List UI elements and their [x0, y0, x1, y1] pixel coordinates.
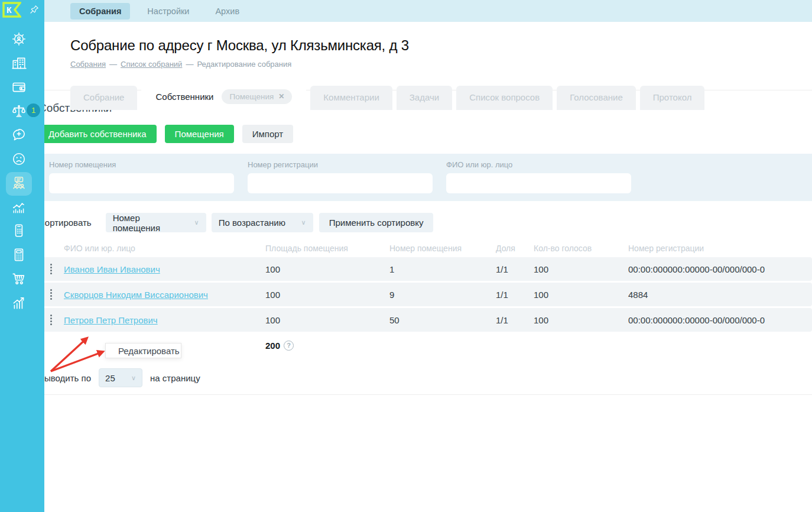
- sort-row: Сортировать Номер помещения ∨ По возраст…: [38, 213, 812, 232]
- sidebar: К: [0, 0, 44, 512]
- logo-letter: К: [7, 5, 12, 15]
- reg-number-input[interactable]: [248, 173, 433, 193]
- sidebar-item-analytics[interactable]: [6, 196, 32, 220]
- col-area: Площадь помещения: [265, 244, 389, 253]
- chevron-down-icon: ∨: [131, 374, 136, 382]
- calculator-icon: [11, 247, 27, 265]
- cell-area: 100: [265, 315, 389, 325]
- owner-name-input[interactable]: [446, 173, 631, 193]
- mobile-phone-icon: [11, 223, 27, 241]
- sidebar-item-requests[interactable]: [6, 124, 32, 148]
- sidebar-item-purchases[interactable]: [6, 268, 32, 291]
- total-area: 200: [265, 341, 280, 351]
- sidebar-item-accounting[interactable]: [6, 244, 32, 268]
- cell-votes: 100: [534, 290, 628, 300]
- wallet-icon: [11, 79, 27, 97]
- gear-user-icon: [11, 31, 27, 49]
- cell-area: 100: [265, 264, 389, 274]
- filter-panel: Номер помещения Номер регистрации ФИО ил…: [38, 154, 812, 201]
- room-number-input[interactable]: [49, 173, 234, 193]
- rooms-button[interactable]: Помещения: [165, 125, 234, 143]
- col-room: Номер помещения: [389, 244, 496, 253]
- table-header: ФИО или юр. лицо Площадь помещения Номер…: [38, 243, 812, 254]
- per-page-prefix: Выводить по: [38, 373, 91, 383]
- tab-voting[interactable]: Голосование: [557, 86, 636, 110]
- sidebar-nav: 1: [0, 28, 44, 316]
- pin-icon[interactable]: [30, 5, 39, 14]
- sort-field-select[interactable]: Номер помещения ∨: [106, 213, 206, 232]
- sidebar-item-buildings[interactable]: [6, 53, 32, 76]
- owner-link[interactable]: Скворцов Никодим Виссарионович: [64, 290, 208, 300]
- page-title: Собрание по адресу г Москва, ул Клязьмин…: [70, 37, 812, 54]
- topnav-archive[interactable]: Архив: [206, 3, 248, 20]
- per-page-select[interactable]: 25 ∨: [99, 368, 142, 387]
- tab-questions[interactable]: Список вопросов: [456, 86, 553, 110]
- cell-reg: 00:00:000000:00000-00/000/000-0: [628, 315, 812, 325]
- sidebar-item-mobile[interactable]: [6, 220, 32, 244]
- breadcrumb-current: Редактирование собрания: [197, 60, 291, 69]
- sidebar-item-complaints[interactable]: [6, 148, 32, 172]
- sidebar-item-statistics[interactable]: [6, 292, 32, 316]
- filter-name: ФИО или юр. лицо: [446, 160, 631, 193]
- chart-dots-icon: [11, 199, 27, 217]
- sad-face-icon: [11, 151, 27, 169]
- breadcrumb-meetings-list[interactable]: Список собраний: [121, 60, 182, 69]
- meeting-people-icon: [11, 175, 27, 193]
- col-share: Доля: [496, 244, 534, 253]
- breadcrumb-meetings[interactable]: Собрания: [70, 60, 106, 69]
- tab-tasks[interactable]: Задачи: [397, 86, 452, 110]
- help-icon[interactable]: ?: [284, 341, 294, 351]
- chevron-down-icon: ∨: [194, 219, 199, 226]
- filter-room-number-label: Номер помещения: [49, 160, 234, 169]
- court-badge: 1: [27, 103, 40, 117]
- breadcrumb: Собрания—Список собраний—Редактирование …: [70, 60, 812, 69]
- apply-sort-button[interactable]: Применить сортировку: [319, 213, 434, 232]
- cell-room: 9: [389, 290, 496, 300]
- tab-comments[interactable]: Комментарии: [310, 86, 392, 110]
- chevron-down-icon: ∨: [301, 219, 306, 226]
- import-button[interactable]: Импорт: [242, 125, 293, 143]
- top-navigation: Собрания Настройки Архив: [44, 0, 812, 22]
- sidebar-item-court[interactable]: 1: [6, 101, 32, 124]
- topnav-settings[interactable]: Настройки: [138, 3, 198, 20]
- filter-name-label: ФИО или юр. лицо: [446, 160, 631, 169]
- cart-icon: [11, 271, 27, 289]
- per-page-value: 25: [105, 373, 115, 383]
- tab-chip-rooms[interactable]: Помещения ✕: [222, 89, 292, 104]
- col-reg: Номер регистрации: [628, 244, 812, 253]
- cell-share: 1/1: [496, 290, 534, 300]
- sidebar-item-finance[interactable]: [6, 76, 32, 100]
- table-row: Иванов Иван Иванович 100 1 1/1 100 00:00…: [38, 257, 812, 281]
- sort-direction-value: По возрастанию: [219, 218, 285, 228]
- action-buttons: Добавить собственника Помещения Импорт: [38, 125, 812, 143]
- col-name: ФИО или юр. лицо: [64, 244, 265, 253]
- cell-share: 1/1: [496, 264, 534, 274]
- sort-direction-select[interactable]: По возрастанию ∨: [212, 213, 313, 232]
- col-votes: Кол-во голосов: [534, 244, 628, 253]
- tab-owners[interactable]: Собственники Помещения ✕: [141, 82, 306, 111]
- growth-chart-icon: [11, 295, 27, 313]
- sidebar-item-account[interactable]: [6, 28, 32, 52]
- cell-share: 1/1: [496, 315, 534, 325]
- close-icon[interactable]: ✕: [278, 92, 284, 101]
- chat-plus-icon: [11, 127, 27, 145]
- add-owner-button[interactable]: Добавить собственника: [38, 125, 157, 143]
- owners-table: ФИО или юр. лицо Площадь помещения Номер…: [38, 243, 812, 351]
- filter-reg-number: Номер регистрации: [248, 160, 433, 193]
- tab-protocol[interactable]: Протокол: [640, 86, 705, 110]
- owner-link[interactable]: Петров Петр Петрович: [64, 315, 158, 325]
- sort-label: Сортировать: [38, 218, 92, 228]
- table-row: Скворцов Никодим Виссарионович 100 9 1/1…: [38, 283, 812, 306]
- pagination: Выводить по 25 ∨ на страницу: [38, 368, 812, 387]
- cell-votes: 100: [534, 315, 628, 325]
- filter-reg-number-label: Номер регистрации: [248, 160, 433, 169]
- context-menu-edit[interactable]: Редактировать: [105, 343, 181, 358]
- owner-link[interactable]: Иванов Иван Иванович: [64, 264, 160, 274]
- topnav-meetings[interactable]: Собрания: [70, 3, 130, 20]
- app-logo[interactable]: К: [2, 2, 21, 18]
- cell-room: 50: [389, 315, 496, 325]
- table-row: Петров Петр Петрович 100 50 1/1 100 00:0…: [38, 308, 812, 332]
- tab-meeting[interactable]: Собрание: [70, 86, 137, 110]
- sort-field-value: Номер помещения: [113, 213, 186, 233]
- sidebar-item-meetings[interactable]: [6, 172, 32, 196]
